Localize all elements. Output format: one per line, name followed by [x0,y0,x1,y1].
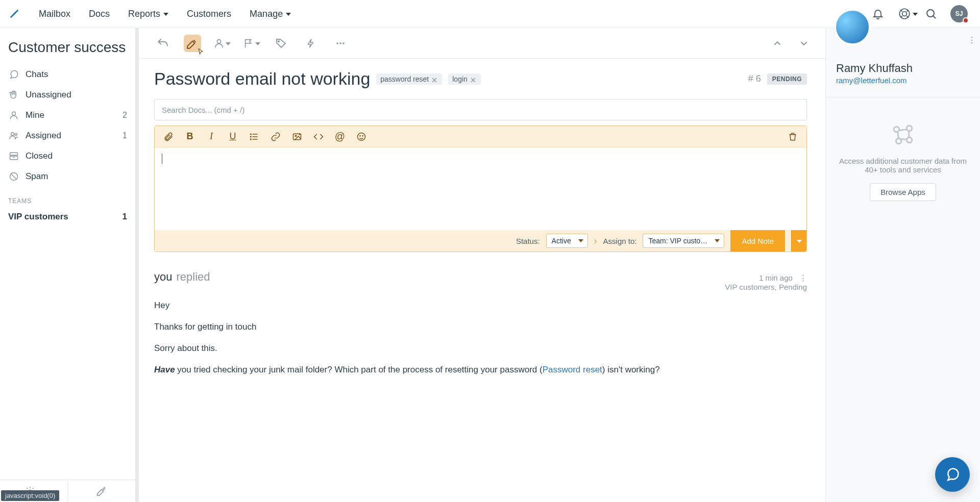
workflow-button[interactable] [302,35,320,52]
rte-image-button[interactable] [291,131,303,142]
set-status-button[interactable] [243,35,260,52]
new-conversation-button[interactable] [67,480,135,502]
chat-bubble-icon [945,467,960,482]
sidebar-item-count: 1 [122,131,127,140]
tag-login[interactable]: login [448,73,481,85]
lightning-icon [306,37,316,49]
svg-point-5 [15,133,17,135]
conversation-status-badge: PENDING [767,73,807,85]
teams-section-label: TEAMS [0,186,135,208]
more-horizontal-icon [334,37,347,49]
rte-discard-button[interactable] [787,131,798,142]
conversation-pane: Password email not working password rese… [136,28,826,502]
user-avatar[interactable]: SJ [950,5,968,22]
rte-italic-button[interactable]: I [206,131,217,142]
svg-point-3 [12,112,16,115]
tag-password-reset[interactable]: password reset [376,73,442,85]
conversation-toolbar [136,28,825,59]
password-reset-link[interactable]: Password reset [543,365,602,374]
paperclip-icon [163,132,174,142]
nav-customers[interactable]: Customers [179,5,239,23]
rte-emoji-button[interactable] [356,131,367,142]
message-line: Hey [154,300,807,311]
sidebar-item-count: 2 [122,111,127,120]
browse-apps-button[interactable]: Browse Apps [870,183,936,201]
rte-bold-button[interactable]: B [184,131,195,142]
help-button[interactable] [897,7,912,21]
sidebar-team-vip[interactable]: VIP customers 1 [0,208,135,226]
tag-label: password reset [380,75,429,83]
message-more-button[interactable]: ⋮ [799,273,807,283]
sidebar-item-label: Chats [26,69,48,80]
sidebar-item-closed[interactable]: Closed [2,146,133,166]
message-line: Sorry about this. [154,343,807,354]
sidebar-item-unassigned[interactable]: Unassigned [2,85,133,105]
nav-reports[interactable]: Reports [120,5,177,23]
code-icon [313,132,324,142]
user-icon [8,110,19,121]
chevron-down-icon [286,13,291,16]
beacon-fab[interactable] [935,457,970,492]
placeholder-text: Search Docs... (cmd + /) [162,106,244,114]
lifering-icon [898,7,911,20]
thread: you replied 1 min ago ⋮ VIP customers, P… [136,270,825,375]
conversation-number: # 6 [748,73,761,84]
top-nav: Mailbox Docs Reports Customers Manage SJ [0,0,980,28]
next-conversation-button[interactable] [797,36,811,51]
svg-rect-6 [10,153,18,155]
customer-more-button[interactable]: ⋮ [968,35,973,46]
notifications-button[interactable] [871,7,885,21]
link-icon [271,132,281,142]
svg-point-10 [217,39,220,43]
add-note-options[interactable] [791,230,806,252]
svg-point-13 [339,42,341,44]
remove-tag-button[interactable] [432,76,438,82]
sidebar-item-assigned[interactable]: Assigned 1 [2,126,133,145]
rte-attachment-button[interactable] [163,131,174,142]
browser-status-text: javascript:void(0) [1,490,59,501]
sidebar-item-mine[interactable]: Mine 2 [2,106,133,125]
sidebar-item-chats[interactable]: Chats [2,65,133,84]
close-icon [432,78,437,83]
reply-button[interactable] [154,35,172,52]
docs-search-input[interactable]: Search Docs... (cmd + /) [154,99,807,120]
more-actions-button[interactable] [332,35,349,52]
status-select[interactable]: Active [546,234,588,248]
chevron-down-icon [255,42,260,45]
assign-select[interactable]: Team: VIP customers [643,234,724,248]
sidebar-item-spam[interactable]: Spam [2,167,133,186]
arrow-right-icon: › [594,236,597,246]
add-note-submit[interactable]: Add Note [730,230,785,252]
nav-manage[interactable]: Manage [241,5,299,23]
hand-icon [8,89,19,101]
remove-tag-button[interactable] [471,76,477,82]
tag-label: login [452,75,468,83]
nav-docs[interactable]: Docs [81,5,118,23]
rte-mention-button[interactable]: @ [334,131,346,142]
customer-avatar[interactable] [834,9,871,45]
app-logo[interactable] [4,4,24,24]
compose-icon [96,486,107,497]
rte-underline-button[interactable]: U [227,131,238,142]
rte-textarea[interactable] [155,147,806,230]
chat-icon [8,69,19,80]
add-note-button[interactable] [184,35,201,52]
customer-email[interactable]: ramy@letterfuel.com [836,76,970,85]
rte: B I U @ Status: Active › [154,126,807,252]
assign-button[interactable] [213,35,231,52]
tag-button[interactable] [273,35,290,52]
svg-rect-7 [10,156,18,160]
svg-point-19 [295,135,297,137]
search-button[interactable] [924,7,938,21]
helpscout-logo-icon [8,7,21,20]
message-emphasis: Have [154,365,175,374]
rte-code-button[interactable] [313,131,324,142]
prev-conversation-button[interactable] [770,36,785,51]
message-meta-line: VIP customers, Pending [725,283,807,291]
selection-strip [136,28,139,502]
svg-point-2 [927,10,934,17]
rte-link-button[interactable] [270,131,281,142]
rte-list-button[interactable] [249,131,260,142]
nav-mailbox[interactable]: Mailbox [31,5,79,23]
svg-point-17 [251,139,252,140]
